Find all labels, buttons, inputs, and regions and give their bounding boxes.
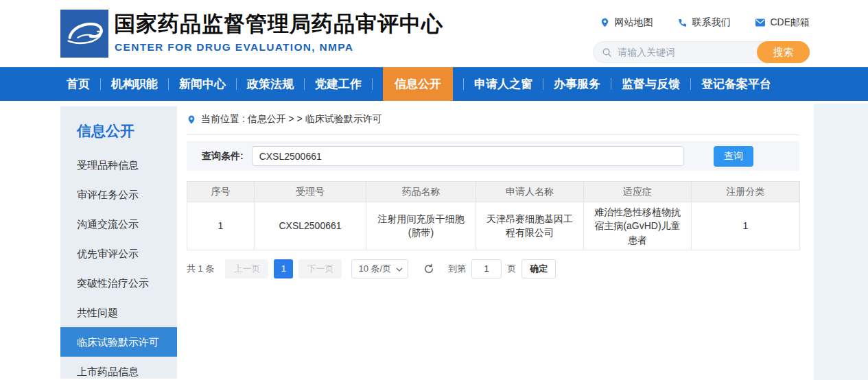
sidebar-item-clinical-trial-implied-license[interactable]: 临床试验默示许可	[60, 327, 177, 357]
confirm-button[interactable]: 确定	[521, 259, 556, 278]
sitemap-label: 网站地图	[614, 16, 653, 29]
col-header-seq: 序号	[187, 182, 255, 202]
nav-separator	[372, 78, 373, 90]
search-icon	[602, 47, 612, 58]
breadcrumb: 当前位置 : 信息公开 > > 临床试验默示许可	[187, 106, 799, 135]
goto-page-label: 到第	[448, 263, 466, 275]
nav-separator	[168, 78, 169, 90]
site-title: 国家药品监督管理局药品审评中心	[114, 10, 443, 38]
cde-mail-link[interactable]: CDE邮箱	[755, 16, 810, 29]
sidebar: 信息公开 受理品种信息 审评任务公示 沟通交流公示 优先审评公示 突破性治疗公示…	[60, 106, 177, 379]
chevron-down-icon	[396, 268, 403, 272]
prev-page-button[interactable]: 上一页	[225, 259, 268, 278]
table-row: 1 CXSL2500661 注射用间充质干细胞(脐带) 天津昂赛细胞基因工程有限…	[187, 202, 800, 250]
next-page-button[interactable]: 下一页	[298, 259, 342, 278]
right-background-panel	[814, 104, 868, 380]
col-header-applicant: 申请人名称	[476, 182, 584, 202]
sitemap-link[interactable]: 网站地图	[600, 16, 653, 29]
cell-indication: 难治性急性移植物抗宿主病(aGvHD)儿童患者	[584, 202, 692, 250]
goto-page-input[interactable]	[471, 259, 502, 278]
page-unit-label: 页	[507, 263, 516, 275]
main-panel: 当前位置 : 信息公开 > > 临床试验默示许可 查询条件: 查询 序号 受理号…	[187, 106, 799, 379]
nav-item-org-functions[interactable]: 机构职能	[111, 67, 158, 101]
col-header-registration-class: 注册分类	[692, 182, 800, 202]
site-subtitle: CENTER FOR DRUG EVALUATION, NMPA	[115, 41, 353, 54]
col-header-acceptance-no: 受理号	[255, 182, 366, 202]
page: 国家药品监督管理局药品审评中心 CENTER FOR DRUG EVALUATI…	[0, 0, 868, 380]
cell-drug-name: 注射用间充质干细胞(脐带)	[366, 202, 476, 250]
nav-separator	[543, 78, 543, 90]
page-size-value: 10 条/页	[358, 263, 391, 274]
nav-item-info-disclosure[interactable]: 信息公开	[383, 67, 453, 101]
sidebar-item-communication[interactable]: 沟通交流公示	[60, 209, 177, 239]
site-search-button[interactable]: 搜索	[757, 41, 810, 63]
sidebar-item-accepted-varieties[interactable]: 受理品种信息	[60, 150, 177, 180]
query-bar: 查询条件: 查询	[187, 141, 799, 171]
mail-icon	[755, 18, 766, 27]
query-label: 查询条件:	[202, 150, 244, 163]
nav-item-registration-platform[interactable]: 登记备案平台	[701, 67, 771, 101]
location-pin-icon	[187, 115, 196, 125]
sidebar-item-marketed-drugs[interactable]: 上市药品信息	[60, 357, 177, 380]
nav-item-supervision-feedback[interactable]: 监督与反馈	[622, 67, 680, 101]
quick-links: 网站地图 联系我们 CDE邮箱	[600, 16, 810, 29]
nav-separator	[463, 78, 464, 90]
site-search: 搜索	[593, 41, 810, 63]
phone-icon	[677, 18, 688, 28]
nav-item-policies[interactable]: 政策法规	[247, 67, 294, 101]
pagination: 共 1 条 上一页 1 下一页 10 条/页 到第	[187, 259, 799, 278]
breadcrumb-text: 当前位置 : 信息公开 > > 临床试验默示许可	[201, 113, 382, 126]
refresh-button[interactable]	[423, 263, 434, 274]
nav-item-applicant-window[interactable]: 申请人之窗	[474, 67, 532, 101]
sidebar-item-review-tasks[interactable]: 审评任务公示	[60, 180, 177, 209]
pagination-total: 共 1 条	[187, 263, 214, 275]
nav-separator	[611, 78, 611, 90]
page-number-button[interactable]: 1	[274, 259, 293, 278]
query-input[interactable]	[252, 146, 684, 166]
contact-us-link[interactable]: 联系我们	[677, 16, 730, 29]
cell-acceptance-no: CXSL2500661	[255, 202, 366, 250]
nav-item-home[interactable]: 首页	[67, 67, 90, 101]
refresh-icon	[423, 263, 434, 274]
cell-applicant: 天津昂赛细胞基因工程有限公司	[476, 202, 584, 250]
cde-mail-label: CDE邮箱	[770, 16, 810, 29]
contact-us-label: 联系我们	[692, 16, 730, 29]
nav-item-news[interactable]: 新闻中心	[179, 67, 226, 101]
page-size-select[interactable]: 10 条/页	[351, 259, 408, 278]
col-header-drug-name: 药品名称	[366, 182, 476, 202]
nav-separator	[304, 78, 305, 90]
table-header-row: 序号 受理号 药品名称 申请人名称 适应症 注册分类	[187, 182, 800, 202]
cell-registration-class: 1	[692, 202, 800, 250]
sidebar-item-priority-review[interactable]: 优先审评公示	[60, 239, 177, 268]
sidebar-title: 信息公开	[60, 106, 177, 150]
cde-logo	[60, 10, 108, 58]
main-nav: 首页 机构职能 新闻中心 政策法规 党建工作 信息公开 申请人之窗 办事服务 监…	[0, 67, 868, 101]
nav-item-party-building[interactable]: 党建工作	[315, 67, 362, 101]
cell-seq: 1	[187, 202, 255, 250]
site-header: 国家药品监督管理局药品审评中心 CENTER FOR DRUG EVALUATI…	[0, 0, 868, 67]
swan-logo-icon	[60, 10, 108, 58]
col-header-indication: 适应症	[584, 182, 692, 202]
nav-item-services[interactable]: 办事服务	[554, 67, 600, 101]
nav-separator	[100, 78, 101, 90]
results-table: 序号 受理号 药品名称 申请人名称 适应症 注册分类 1 CXSL2500661…	[187, 181, 800, 250]
location-pin-icon	[600, 17, 610, 28]
nav-separator	[236, 78, 237, 90]
content-area: 信息公开 受理品种信息 审评任务公示 沟通交流公示 优先审评公示 突破性治疗公示…	[60, 106, 868, 379]
sidebar-item-breakthrough-therapy[interactable]: 突破性治疗公示	[60, 268, 177, 298]
query-button[interactable]: 查询	[714, 146, 753, 167]
nav-separator	[690, 78, 691, 90]
sidebar-item-common-issues[interactable]: 共性问题	[60, 298, 177, 327]
